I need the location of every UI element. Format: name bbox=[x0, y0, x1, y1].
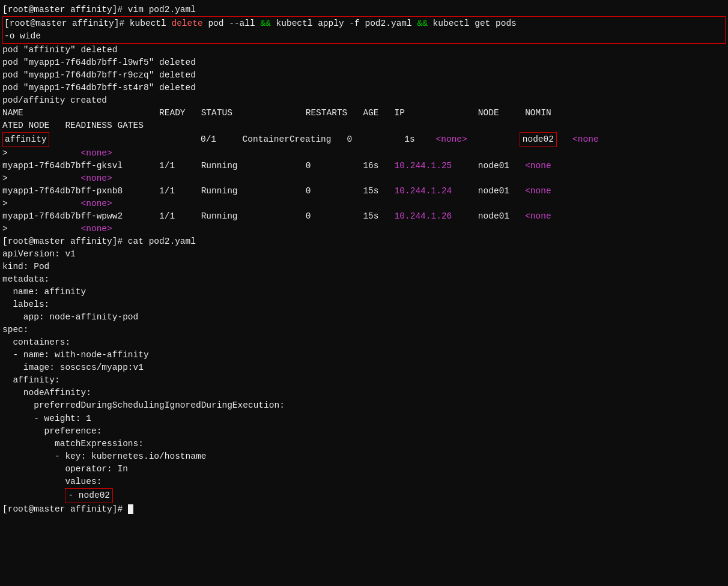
delete-keyword: delete bbox=[171, 19, 202, 28]
yaml-line-values: values: bbox=[2, 476, 726, 488]
yaml-line-operator: operator: In bbox=[2, 463, 726, 476]
yaml-line-metadata: metadata: bbox=[2, 273, 726, 286]
pxnb8-row-2: > <none> bbox=[2, 198, 726, 210]
yaml-line-affinity: affinity: bbox=[2, 374, 726, 387]
deleted-line-2: pod "myapp1-7f64db7bff-l9wf5" deleted bbox=[2, 56, 726, 69]
deleted-line-3: pod "myapp1-7f64db7bff-r9czq" deleted bbox=[2, 69, 726, 82]
cursor-block bbox=[128, 504, 133, 514]
gksvl-nomin: <none bbox=[525, 161, 551, 171]
yaml-line-nodeaffinity: nodeAffinity: bbox=[2, 387, 726, 399]
yaml-line-labels: labels: bbox=[2, 298, 726, 311]
kubectl-word: kubectl bbox=[130, 19, 172, 28]
pxnb8-row: myapp1-7f64db7bff-pxnb8 1/1 Running 0 15… bbox=[2, 185, 726, 198]
final-prompt-line: [root@master affinity]# bbox=[2, 503, 726, 516]
deleted-line-4: pod "myapp1-7f64db7bff-st4r8" deleted bbox=[2, 82, 726, 94]
affinity-row-rest: 0/1 ContainerCreating 0 1s bbox=[49, 134, 436, 144]
o-wide: -o wide bbox=[4, 31, 41, 41]
cat-command-line: [root@master affinity]# cat pod2.yaml bbox=[2, 235, 726, 248]
wpww2-row: myapp1-7f64db7bff-wpww2 1/1 Running 0 15… bbox=[2, 210, 726, 223]
prompt: [root@master affinity]# bbox=[4, 19, 130, 28]
yaml-line-containername: - name: with-node-affinity bbox=[2, 349, 726, 361]
affinity-nomin-val: <none bbox=[572, 134, 599, 144]
deleted-line-1: pod "affinity" deleted bbox=[2, 44, 726, 56]
yaml-node02-line: - node02 bbox=[2, 488, 726, 503]
yaml-line-weight: - weight: 1 bbox=[2, 412, 726, 425]
pxnb8-gates: <none> bbox=[81, 199, 112, 208]
node02-box: node02 bbox=[520, 132, 557, 147]
prompt-text: [root@master affinity]# vim pod2.yaml bbox=[2, 5, 196, 14]
table-header-1: NAME READY STATUS RESTARTS AGE IP NODE N… bbox=[2, 107, 726, 119]
kubectl-command-box: [root@master affinity]# kubectl delete p… bbox=[2, 16, 726, 44]
vim-command-line: [root@master affinity]# vim pod2.yaml bbox=[2, 4, 726, 16]
and1: && bbox=[260, 19, 270, 28]
affinity-gates: <none> bbox=[81, 148, 112, 158]
pxnb8-nomin: <none bbox=[525, 186, 551, 196]
affinity-ip: <none> bbox=[436, 134, 467, 144]
affinity-name-box: affinity bbox=[2, 132, 49, 147]
gksvl-ip: 10.244.1.25 bbox=[395, 161, 452, 171]
affinity-row-2: > <none> bbox=[2, 147, 726, 160]
yaml-line-preference: preference: bbox=[2, 425, 726, 438]
wpww2-ip: 10.244.1.26 bbox=[395, 211, 452, 221]
apply-part: kubectl apply -f pod2.yaml bbox=[271, 19, 417, 28]
and2: && bbox=[417, 19, 427, 28]
yaml-line-spec: spec: bbox=[2, 324, 726, 336]
yaml-line-containers: containers: bbox=[2, 336, 726, 349]
yaml-line-preferred: preferredDuringSchedulingIgnoredDuringEx… bbox=[2, 399, 726, 412]
table-header-2: ATED NODE READINESS GATES bbox=[2, 119, 726, 132]
wpww2-row-2: > <none> bbox=[2, 223, 726, 235]
wpww2-nomin: <none bbox=[525, 211, 551, 221]
created-line: pod/affinity created bbox=[2, 94, 726, 107]
yaml-node02-box: - node02 bbox=[65, 488, 113, 503]
gksvl-row-2: > <none> bbox=[2, 172, 726, 185]
yaml-line-name: name: affinity bbox=[2, 286, 726, 298]
get-pods: kubectl get pods bbox=[428, 19, 517, 28]
yaml-line-apiversion: apiVersion: v1 bbox=[2, 248, 726, 261]
yaml-line-kind: kind: Pod bbox=[2, 261, 726, 273]
affinity-spaces2 bbox=[467, 134, 520, 144]
affinity-nomin bbox=[557, 134, 572, 144]
gksvl-row: myapp1-7f64db7bff-gksvl 1/1 Running 0 16… bbox=[2, 160, 726, 172]
affinity-row: affinity 0/1 ContainerCreating 0 1s <non… bbox=[2, 132, 726, 147]
flag-all: --all bbox=[229, 19, 255, 28]
yaml-line-app: app: node-affinity-pod bbox=[2, 311, 726, 324]
gksvl-gates: <none> bbox=[81, 174, 112, 183]
pod-all: pod bbox=[203, 19, 229, 28]
kubectl-command-line: [root@master affinity]# kubectl delete p… bbox=[2, 16, 726, 44]
wpww2-gates: <none> bbox=[81, 224, 112, 234]
yaml-line-matchexpr: matchExpressions: bbox=[2, 438, 726, 450]
terminal: [root@master affinity]# vim pod2.yaml [r… bbox=[0, 0, 728, 586]
yaml-line-key: - key: kubernetes.io/hostname bbox=[2, 450, 726, 463]
yaml-line-image: image: soscscs/myapp:v1 bbox=[2, 361, 726, 374]
pxnb8-ip: 10.244.1.24 bbox=[395, 186, 452, 196]
